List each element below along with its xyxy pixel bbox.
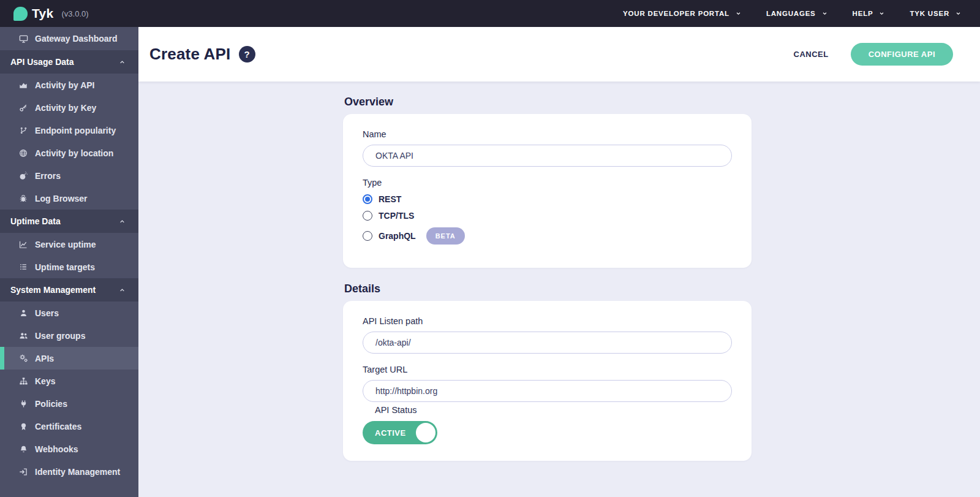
sidebar-item-label: Endpoint popularity	[35, 126, 116, 135]
sidebar-item-users[interactable]: Users	[0, 302, 138, 324]
sidebar-item-policies[interactable]: Policies	[0, 392, 138, 415]
area-chart-icon	[18, 81, 28, 89]
list-icon	[18, 263, 28, 271]
tyk-logo[interactable]: Tyk (v3.0.0)	[13, 6, 89, 21]
monitor-icon	[18, 34, 28, 44]
details-card: API Listen path Target URL API Status AC…	[343, 301, 752, 461]
sidebar: Gateway DashboardAPI Usage DataActivity …	[0, 27, 138, 497]
sidebar-item-label: Activity by location	[35, 148, 113, 158]
top-menu-label: YOUR DEVELOPER PORTAL	[623, 10, 729, 17]
sidebar-item-label: Keys	[35, 376, 55, 386]
type-option-label: REST	[379, 194, 401, 204]
sidebar-item-label: Users	[35, 308, 59, 318]
target-url-input[interactable]	[363, 380, 732, 402]
overview-card: Name Type RESTTCP/TLSGraphQLBETA	[343, 114, 752, 268]
radio-checked-icon[interactable]	[363, 194, 372, 204]
branch-icon	[18, 126, 28, 135]
sidebar-item-label: Certificates	[35, 422, 81, 431]
type-option-tcp-tls[interactable]: TCP/TLS	[363, 211, 414, 221]
brand-name: Tyk	[32, 6, 54, 21]
signin-icon	[18, 468, 28, 476]
top-menu-label: HELP	[853, 10, 873, 17]
beta-badge: BETA	[426, 227, 465, 245]
sidebar-item-label: Errors	[35, 171, 61, 181]
cogs-icon	[18, 354, 28, 363]
listen-path-input[interactable]	[363, 332, 732, 354]
configure-api-button[interactable]: CONFIGURE API	[851, 43, 953, 66]
sidebar-item-label: APIs	[35, 354, 54, 363]
type-option-label: TCP/TLS	[379, 211, 414, 221]
target-url-label: Target URL	[363, 365, 732, 374]
type-option-rest[interactable]: REST	[363, 194, 401, 204]
top-bar: Tyk (v3.0.0) YOUR DEVELOPER PORTALLANGUA…	[0, 0, 980, 27]
api-status-label: API Status	[375, 405, 732, 415]
plug-icon	[18, 400, 28, 408]
sidebar-section-api-usage-data[interactable]: API Usage Data	[0, 50, 138, 74]
listen-path-label: API Listen path	[363, 316, 732, 326]
type-option-label: GraphQL	[379, 231, 416, 241]
top-menu-your-developer-portal[interactable]: YOUR DEVELOPER PORTAL	[623, 10, 742, 17]
sidebar-section-system-management[interactable]: System Management	[0, 278, 138, 302]
sidebar-item-certificates[interactable]: Certificates	[0, 415, 138, 438]
help-icon[interactable]: ?	[239, 46, 255, 63]
sidebar-item-log-browser[interactable]: Log Browser	[0, 187, 138, 210]
line-chart-icon	[18, 240, 28, 249]
sidebar-section-label: Uptime Data	[10, 216, 61, 226]
api-status-toggle[interactable]: ACTIVE	[363, 421, 437, 444]
sidebar-item-label: Gateway Dashboard	[35, 34, 118, 44]
sidebar-item-activity-by-location[interactable]: Activity by location	[0, 142, 138, 164]
top-menu-label: LANGUAGES	[766, 10, 816, 17]
bomb-icon	[18, 172, 28, 180]
page-title: Create API	[149, 45, 231, 64]
top-menu-help[interactable]: HELP	[853, 10, 886, 17]
sidebar-item-label: Activity by API	[35, 80, 95, 90]
sidebar-item-errors[interactable]: Errors	[0, 164, 138, 187]
name-input[interactable]	[363, 145, 732, 167]
user-icon	[18, 309, 28, 317]
sidebar-item-label: Policies	[35, 399, 67, 409]
certificate-icon	[18, 422, 28, 431]
name-label: Name	[363, 129, 732, 139]
chevron-up-icon	[118, 287, 126, 293]
details-heading: Details	[344, 283, 750, 295]
api-status-value: ACTIVE	[375, 428, 406, 438]
cancel-button[interactable]: CANCEL	[794, 50, 829, 59]
sidebar-item-label: Service uptime	[35, 240, 96, 249]
sidebar-item-keys[interactable]: Keys	[0, 370, 138, 392]
type-option-graphql[interactable]: GraphQLBETA	[363, 227, 465, 245]
sidebar-item-label: Uptime targets	[35, 262, 95, 272]
sidebar-item-user-groups[interactable]: User groups	[0, 324, 138, 347]
top-menu-languages[interactable]: LANGUAGES	[766, 10, 828, 17]
top-menu-tyk-user[interactable]: TYK USER	[910, 10, 962, 17]
sidebar-section-uptime-data[interactable]: Uptime Data	[0, 210, 138, 233]
toggle-knob-icon	[416, 423, 435, 442]
page-content: Overview Name Type RESTTCP/TLSGraphQLBET…	[138, 82, 980, 497]
sidebar-item-activity-by-api[interactable]: Activity by API	[0, 74, 138, 96]
bug-icon	[18, 194, 28, 203]
sidebar-item-label: Log Browser	[35, 194, 88, 203]
radio-unchecked-icon[interactable]	[363, 211, 372, 221]
sidebar-section-label: API Usage Data	[10, 57, 74, 67]
sidebar-item-webhooks[interactable]: Webhooks	[0, 438, 138, 460]
sidebar-item-label: Activity by Key	[35, 103, 96, 113]
sidebar-item-identity-management[interactable]: Identity Management	[0, 460, 138, 483]
chevron-down-icon	[821, 11, 828, 16]
chevron-down-icon	[735, 11, 742, 16]
sidebar-item-uptime-targets[interactable]: Uptime targets	[0, 256, 138, 278]
sidebar-item-label: Webhooks	[35, 444, 78, 454]
chevron-down-icon	[955, 11, 962, 16]
version-label: (v3.0.0)	[62, 9, 89, 18]
radio-unchecked-icon[interactable]	[363, 231, 372, 241]
type-radio-group: RESTTCP/TLSGraphQLBETA	[363, 194, 732, 245]
page-header: Create API ? CANCEL CONFIGURE API	[138, 27, 980, 82]
bell-icon	[18, 445, 28, 453]
sidebar-item-label: User groups	[35, 331, 85, 341]
type-label: Type	[363, 178, 732, 188]
chevron-up-icon	[118, 219, 126, 224]
sidebar-item-endpoint-popularity[interactable]: Endpoint popularity	[0, 119, 138, 142]
users-icon	[18, 332, 28, 340]
sidebar-item-activity-by-key[interactable]: Activity by Key	[0, 96, 138, 119]
sidebar-item-gateway-dashboard[interactable]: Gateway Dashboard	[0, 27, 138, 50]
sidebar-item-apis[interactable]: APIs	[0, 347, 138, 370]
sidebar-item-service-uptime[interactable]: Service uptime	[0, 233, 138, 256]
